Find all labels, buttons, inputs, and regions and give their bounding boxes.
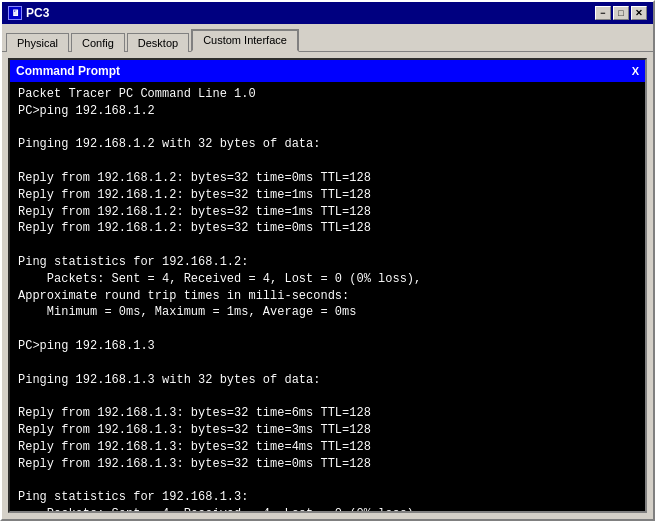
terminal-line: Packets: Sent = 4, Received = 4, Lost = … — [18, 506, 637, 511]
terminal-line: Pinging 192.168.1.3 with 32 bytes of dat… — [18, 372, 637, 389]
terminal-line — [18, 120, 637, 137]
terminal-line: Minimum = 0ms, Maximum = 1ms, Average = … — [18, 304, 637, 321]
terminal-line: Approximate round trip times in milli-se… — [18, 288, 637, 305]
title-bar-left: 🖥 PC3 — [8, 6, 49, 20]
tab-physical[interactable]: Physical — [6, 33, 69, 52]
terminal-line: Reply from 192.168.1.2: bytes=32 time=1m… — [18, 187, 637, 204]
terminal-line: Pinging 192.168.1.2 with 32 bytes of dat… — [18, 136, 637, 153]
terminal-body[interactable]: Packet Tracer PC Command Line 1.0PC>ping… — [10, 82, 645, 511]
terminal-line: Packets: Sent = 4, Received = 4, Lost = … — [18, 271, 637, 288]
terminal-line — [18, 355, 637, 372]
terminal-line — [18, 472, 637, 489]
title-controls: − □ ✕ — [595, 6, 647, 20]
terminal-line — [18, 388, 637, 405]
terminal-line: Reply from 192.168.1.2: bytes=32 time=0m… — [18, 220, 637, 237]
terminal-line: PC>ping 192.168.1.2 — [18, 103, 637, 120]
terminal-line: Reply from 192.168.1.3: bytes=32 time=3m… — [18, 422, 637, 439]
window-icon: 🖥 — [8, 6, 22, 20]
terminal-line: Ping statistics for 192.168.1.3: — [18, 489, 637, 506]
terminal-line: Ping statistics for 192.168.1.2: — [18, 254, 637, 271]
terminal-line — [18, 321, 637, 338]
tab-desktop[interactable]: Desktop — [127, 33, 189, 52]
terminal-line — [18, 237, 637, 254]
terminal-line: Packet Tracer PC Command Line 1.0 — [18, 86, 637, 103]
main-window: 🖥 PC3 − □ ✕ Physical Config Desktop Cust… — [0, 0, 655, 521]
title-bar: 🖥 PC3 − □ ✕ — [2, 2, 653, 24]
terminal-line: Reply from 192.168.1.2: bytes=32 time=0m… — [18, 170, 637, 187]
maximize-button[interactable]: □ — [613, 6, 629, 20]
close-button[interactable]: ✕ — [631, 6, 647, 20]
terminal-line: PC>ping 192.168.1.3 — [18, 338, 637, 355]
terminal-line: Reply from 192.168.1.3: bytes=32 time=0m… — [18, 456, 637, 473]
terminal-title-bar: Command Prompt X — [10, 60, 645, 82]
terminal-line — [18, 153, 637, 170]
tab-bar: Physical Config Desktop Custom Interface — [2, 24, 653, 51]
terminal-line: Reply from 192.168.1.2: bytes=32 time=1m… — [18, 204, 637, 221]
window-title: PC3 — [26, 6, 49, 20]
tab-config[interactable]: Config — [71, 33, 125, 52]
terminal-line: Reply from 192.168.1.3: bytes=32 time=4m… — [18, 439, 637, 456]
terminal-container: Command Prompt X Packet Tracer PC Comman… — [8, 58, 647, 513]
terminal-title: Command Prompt — [16, 64, 120, 78]
terminal-line: Reply from 192.168.1.3: bytes=32 time=6m… — [18, 405, 637, 422]
minimize-button[interactable]: − — [595, 6, 611, 20]
terminal-close-button[interactable]: X — [632, 65, 639, 77]
content-area: Command Prompt X Packet Tracer PC Comman… — [2, 51, 653, 519]
tab-custom-interface[interactable]: Custom Interface — [191, 29, 299, 52]
